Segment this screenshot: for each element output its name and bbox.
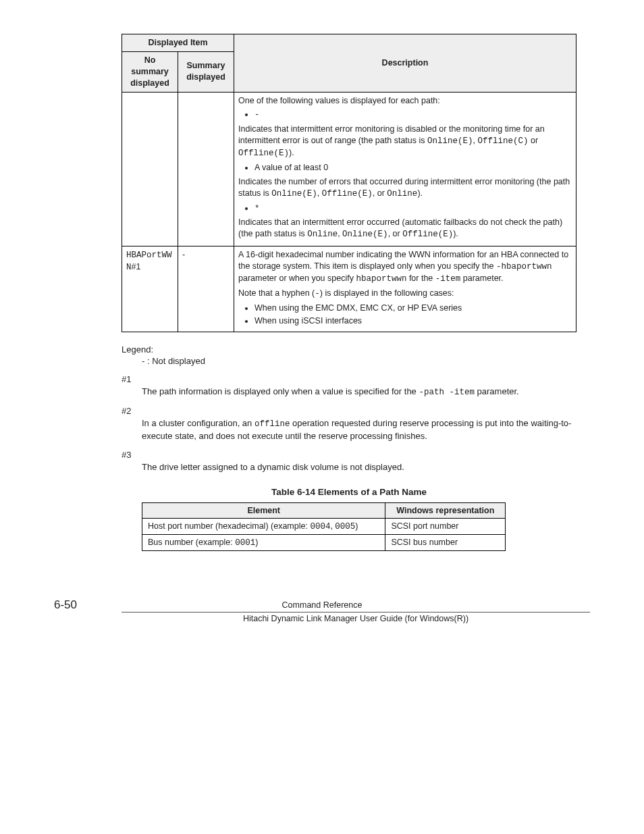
elem-h1: Element	[142, 502, 385, 518]
bullet-value: A value of at least 0	[254, 162, 572, 174]
table-row: HBAPortWW N#1 - A 16-digit hexadecimal n…	[122, 246, 576, 332]
table-row: Host port number (hexadecimal) (example:…	[142, 518, 506, 534]
table2-caption: Table 6-14 Elements of a Path Name	[122, 487, 576, 497]
note-3-header: #3	[122, 450, 576, 460]
footer-sub: Hitachi Dynamic Link Manager User Guide …	[122, 614, 590, 623]
footer-center: Command Reference	[122, 600, 522, 612]
row2-desc: A 16-digit hexadecimal number indicating…	[234, 246, 576, 332]
th-summary: Summary displayed	[178, 51, 234, 92]
bullet-value-desc: Indicates the number of errors that occu…	[238, 176, 572, 200]
page-number: 6-50	[54, 598, 122, 612]
note-1-header: #1	[122, 374, 576, 384]
th-displayed-item: Displayed Item	[122, 34, 234, 52]
row2-col2: -	[178, 246, 234, 332]
note-2-body: In a cluster configuration, an offline o…	[142, 417, 576, 443]
elem-h2: Windows representation	[385, 502, 506, 518]
bullet-star: *	[254, 203, 572, 215]
row1-tail: Indicates that an intermittent error occ…	[238, 217, 572, 240]
list-item: When using the EMC DMX, EMC CX, or HP EV…	[254, 303, 572, 314]
row2-col1: HBAPortWW N#1	[122, 246, 178, 332]
th-description: Description	[234, 34, 576, 93]
note-2-header: #2	[122, 406, 576, 416]
elements-table: Element Windows representation Host port…	[142, 502, 506, 551]
bullet-dash: -	[254, 109, 572, 121]
list-item: When using iSCSI interfaces	[254, 315, 572, 327]
note-1-body: The path information is displayed only w…	[142, 386, 576, 399]
note-3-body: The drive letter assigned to a dynamic d…	[142, 461, 576, 473]
th-no-summary: No summary displayed	[122, 51, 178, 92]
table-row: One of the following values is displayed…	[122, 92, 576, 246]
legend-title: Legend:	[122, 344, 576, 355]
page-footer: 6-50 Command Reference Hitachi Dynamic L…	[54, 598, 590, 623]
table-row: Bus number (example: 0001) SCSI bus numb…	[142, 534, 506, 550]
row1-intro: One of the following values is displayed…	[238, 95, 572, 107]
bullet-dash-desc: Indicates that intermittent error monito…	[238, 124, 572, 159]
legend-body: - : Not displayed	[142, 356, 576, 366]
displayed-item-table: Displayed Item Description No summary di…	[122, 34, 576, 332]
